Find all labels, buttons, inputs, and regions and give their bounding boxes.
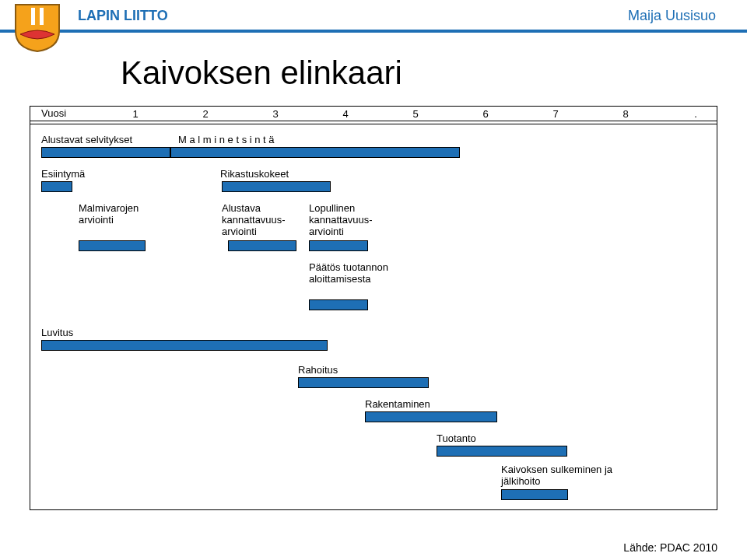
year-axis-label: Vuosi xyxy=(41,108,66,120)
label-tuotanto: Tuotanto xyxy=(437,433,476,445)
bar-rakentaminen xyxy=(365,411,497,422)
brand-text: LAPIN LIITTO xyxy=(78,8,168,24)
label-malmivarat: Malmivarojen arviointi xyxy=(79,203,164,226)
source-label: Lähde: PDAC 2010 xyxy=(623,541,717,554)
label-alustava-kann: Alustava kannattavuus-arviointi xyxy=(222,203,307,238)
bar-esiintyma xyxy=(41,181,72,192)
bar-alustavat xyxy=(41,147,170,158)
label-malmivarat-text: Malmivarojen arviointi xyxy=(79,202,139,226)
bar-malmivarat xyxy=(79,240,146,251)
bar-rahoitus xyxy=(298,377,429,388)
page-title: Kaivoksen elinkaari xyxy=(121,54,747,92)
top-bar: LAPIN LIITTO Maija Uusisuo xyxy=(0,0,747,33)
lifecycle-chart: Vuosi 1 2 3 4 5 6 7 8 . Alustavat selvit… xyxy=(30,106,717,510)
bar-sulkeminen xyxy=(501,489,568,500)
label-lopullinen: Lopullinen kannattavuus-arviointi xyxy=(309,203,395,238)
label-sulkeminen-text: Kaivoksen sulkeminen ja jälkihoito xyxy=(501,464,612,487)
year-tick-8: 8 xyxy=(602,108,649,120)
year-tick-dot: . xyxy=(672,108,719,120)
axis-line xyxy=(30,124,717,124)
label-lopullinen-text: Lopullinen kannattavuus-arviointi xyxy=(309,202,373,237)
label-esiintyma: Esiintymä xyxy=(41,169,85,180)
author-text: Maija Uusisuo xyxy=(628,8,716,24)
bar-rikastus xyxy=(222,181,331,192)
svg-rect-1 xyxy=(40,8,44,25)
year-tick-1: 1 xyxy=(112,108,159,120)
year-tick-3: 3 xyxy=(252,108,299,120)
svg-rect-0 xyxy=(31,8,35,25)
label-rahoitus: Rahoitus xyxy=(298,365,338,376)
year-tick-4: 4 xyxy=(322,108,369,120)
year-tick-6: 6 xyxy=(462,108,509,120)
crest-icon xyxy=(14,3,61,53)
label-paatos-text: Päätös tuotannon aloittamisesta xyxy=(309,261,388,285)
label-alustavat: Alustavat selvitykset xyxy=(41,135,132,146)
bar-alustava-kann xyxy=(228,240,296,251)
bar-malminetsinta xyxy=(170,147,460,158)
axis-line xyxy=(30,121,717,121)
year-tick-7: 7 xyxy=(532,108,579,120)
bar-paatos xyxy=(309,299,368,310)
label-luvitus: Luvitus xyxy=(41,327,73,339)
label-rakentaminen: Rakentaminen xyxy=(365,399,430,411)
year-tick-2: 2 xyxy=(182,108,229,120)
bar-lopullinen xyxy=(309,240,368,251)
label-sulkeminen: Kaivoksen sulkeminen ja jälkihoito xyxy=(501,464,626,488)
label-malminetsinta: M a l m i n e t s i n t ä xyxy=(178,135,275,146)
label-paatos: Päätös tuotannon aloittamisesta xyxy=(309,262,402,285)
bar-luvitus xyxy=(41,340,328,351)
label-alustava-kann-text: Alustava kannattavuus-arviointi xyxy=(222,202,286,237)
bar-tuotanto xyxy=(437,446,567,457)
year-tick-5: 5 xyxy=(392,108,439,120)
label-rikastus: Rikastuskokeet xyxy=(220,169,289,180)
